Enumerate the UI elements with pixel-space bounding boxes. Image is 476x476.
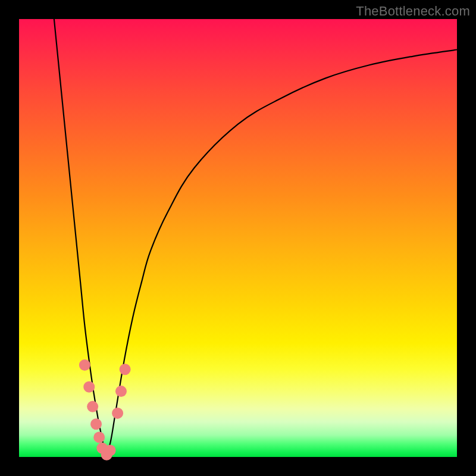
curve-right-branch [107, 50, 457, 457]
curve-left-branch [54, 19, 107, 457]
data-marker [90, 418, 102, 430]
data-markers [79, 359, 131, 461]
watermark-text: TheBottleneck.com [356, 4, 470, 19]
data-marker [112, 408, 123, 419]
data-marker [105, 444, 116, 456]
chart-frame: TheBottleneck.com [0, 0, 476, 476]
data-marker [83, 381, 95, 393]
data-marker [120, 364, 131, 375]
plot-area [19, 19, 457, 457]
data-marker [87, 401, 98, 412]
data-marker [115, 386, 127, 397]
curve-layer [19, 19, 457, 457]
data-marker [93, 431, 105, 443]
data-marker [79, 359, 90, 371]
